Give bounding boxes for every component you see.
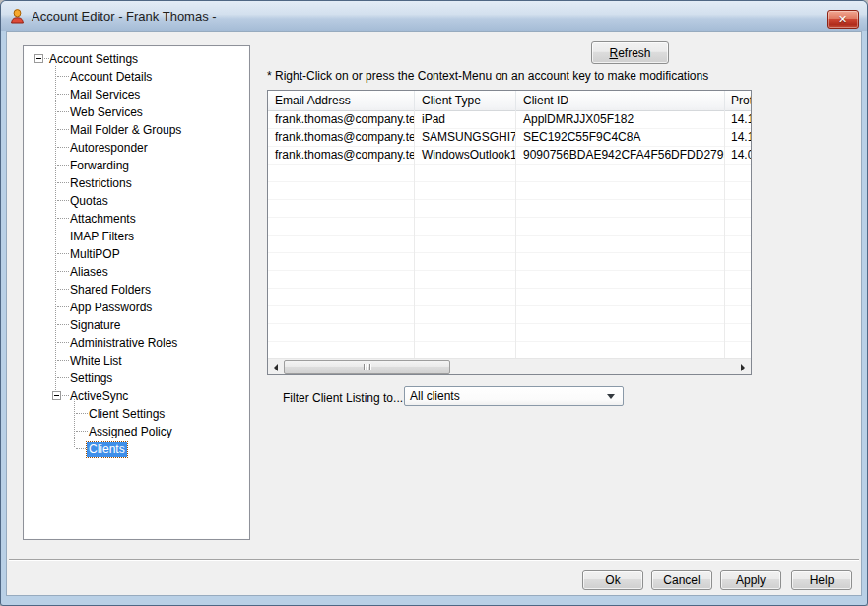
- scroll-right-button[interactable]: [735, 359, 751, 375]
- table-cell: [268, 200, 415, 218]
- tree-item-activesync[interactable]: ActiveSync: [26, 387, 247, 405]
- table-empty-row: [268, 200, 751, 218]
- scroll-right-icon: [741, 364, 745, 371]
- table-cell: [516, 182, 725, 200]
- tree-item-quotas[interactable]: Quotas: [26, 192, 247, 210]
- table-cell: [725, 236, 751, 253]
- table-cell: frank.thomas@company.test: [268, 147, 415, 165]
- tree-item-mail-folder-groups[interactable]: Mail Folder & Groups: [26, 121, 247, 139]
- table-cell: frank.thomas@company.test: [268, 111, 415, 129]
- tree-item-settings[interactable]: Settings: [26, 370, 247, 387]
- tree-item-app-passwords[interactable]: App Passwords: [26, 299, 247, 316]
- window-title: Account Editor - Frank Thomas -: [32, 9, 217, 24]
- table-row[interactable]: frank.thomas@company.testiPadApplDMRJJX0…: [268, 111, 751, 129]
- tree-item-label: Clients: [87, 442, 127, 457]
- tree-item-label: Assigned Policy: [87, 425, 174, 439]
- table-cell: [415, 200, 516, 218]
- ok-button[interactable]: Ok: [582, 570, 643, 590]
- table-cell: [415, 271, 516, 289]
- tree-item-client-settings[interactable]: Client Settings: [26, 405, 247, 423]
- tree-item-label: White List: [68, 354, 124, 369]
- table-cell: SEC192C55F9C4C8A: [516, 129, 725, 147]
- tree-item-aliases[interactable]: Aliases: [26, 263, 247, 281]
- apply-button[interactable]: Apply: [720, 570, 781, 590]
- tree-item-label: Signature: [68, 318, 122, 333]
- tree-item-autoresponder[interactable]: Autoresponder: [26, 139, 247, 157]
- table-cell: 14.1: [725, 111, 751, 129]
- table-cell: WindowsOutlook15: [415, 147, 516, 165]
- table-cell: [415, 236, 516, 253]
- table-cell: 14.1: [725, 129, 751, 147]
- table-cell: [516, 306, 725, 324]
- table-cell: [268, 236, 415, 253]
- table-cell: [516, 200, 725, 218]
- tree-item-imap-filters[interactable]: IMAP Filters: [26, 228, 247, 245]
- tree-item-administrative-roles[interactable]: Administrative Roles: [26, 334, 247, 352]
- tree-item-label: Quotas: [68, 194, 110, 209]
- tree-item-label: Shared Folders: [68, 283, 153, 298]
- tree-item-label: Account Details: [68, 70, 154, 85]
- table-empty-row: [268, 218, 751, 236]
- table-cell: [268, 289, 415, 306]
- column-header-client-type[interactable]: Client Type: [415, 91, 516, 111]
- refresh-button[interactable]: Refresh: [591, 41, 669, 64]
- table-empty-row: [268, 324, 751, 342]
- help-button[interactable]: Help: [791, 570, 852, 590]
- tree-item-multipop[interactable]: MultiPOP: [26, 245, 247, 263]
- cancel-button[interactable]: Cancel: [651, 570, 712, 590]
- scrollbar-thumb[interactable]: [284, 360, 450, 374]
- collapse-minus-icon[interactable]: [52, 391, 61, 400]
- table-row[interactable]: frank.thomas@company.testSAMSUNGSGHI747S…: [268, 129, 751, 147]
- filter-label: Filter Client Listing to...: [283, 391, 403, 405]
- table-cell: [725, 253, 751, 271]
- table-cell: [268, 306, 415, 324]
- tree-item-attachments[interactable]: Attachments: [26, 210, 247, 228]
- tree-item-label: Attachments: [68, 212, 138, 227]
- activesync-clients-table[interactable]: Email AddressClient TypeClient IDProtoco…: [267, 90, 752, 375]
- tree-item-clients[interactable]: Clients: [26, 440, 247, 458]
- context-menu-note: * Right-Click on or press the Context-Me…: [267, 69, 760, 83]
- horizontal-scrollbar[interactable]: [268, 358, 751, 374]
- table-cell: [516, 271, 725, 289]
- column-header-protocol[interactable]: Protocol: [725, 91, 751, 111]
- table-cell: [268, 253, 415, 271]
- table-cell: [415, 253, 516, 271]
- close-button[interactable]: ✕: [827, 10, 859, 29]
- table-cell: [725, 306, 751, 324]
- column-header-email-address[interactable]: Email Address: [268, 91, 415, 111]
- table-cell: [725, 271, 751, 289]
- settings-tree-panel[interactable]: Account SettingsAccount DetailsMail Serv…: [23, 45, 250, 540]
- table-cell: [725, 182, 751, 200]
- table-cell: [268, 271, 415, 289]
- tree-item-web-services[interactable]: Web Services: [26, 103, 247, 121]
- filter-combobox[interactable]: All clients: [404, 386, 624, 406]
- table-cell: [268, 218, 415, 236]
- tree-item-assigned-policy[interactable]: Assigned Policy: [26, 423, 247, 440]
- table-body: frank.thomas@company.testiPadApplDMRJJX0…: [268, 111, 751, 360]
- tree-item-account-details[interactable]: Account Details: [26, 68, 247, 86]
- table-cell: [516, 253, 725, 271]
- tree-item-white-list[interactable]: White List: [26, 352, 247, 370]
- tree-item-label: ActiveSync: [68, 389, 130, 404]
- scroll-left-button[interactable]: [268, 359, 284, 375]
- table-cell: [415, 306, 516, 324]
- tree-item-signature[interactable]: Signature: [26, 316, 247, 334]
- titlebar[interactable]: Account Editor - Frank Thomas - ✕: [1, 1, 867, 31]
- collapse-minus-icon[interactable]: [34, 54, 43, 63]
- table-row[interactable]: frank.thomas@company.testWindowsOutlook1…: [268, 147, 751, 165]
- table-cell: [516, 289, 725, 306]
- table-cell: ApplDMRJJX05F182: [516, 111, 725, 129]
- user-icon: [9, 8, 26, 25]
- account-editor-window: Account Editor - Frank Thomas - ✕ Accoun…: [0, 0, 868, 606]
- tree-item-restrictions[interactable]: Restrictions: [26, 174, 247, 192]
- tree-item-mail-services[interactable]: Mail Services: [26, 86, 247, 103]
- table-empty-row: [268, 271, 751, 289]
- tree-item-account-settings[interactable]: Account Settings: [26, 50, 247, 68]
- tree-item-forwarding[interactable]: Forwarding: [26, 157, 247, 174]
- tree-item-label: Mail Folder & Groups: [68, 123, 183, 138]
- thumb-grip-icon: [367, 364, 367, 370]
- tree-item-label: Restrictions: [68, 176, 134, 191]
- column-header-client-id[interactable]: Client ID: [516, 91, 725, 111]
- tree-item-shared-folders[interactable]: Shared Folders: [26, 281, 247, 299]
- tree-item-label: Client Settings: [87, 407, 167, 422]
